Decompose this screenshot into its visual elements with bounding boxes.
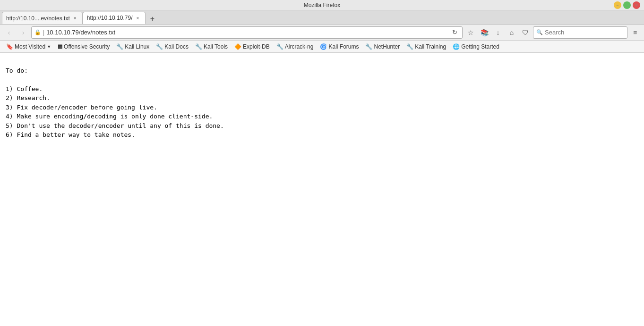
bookmark-offensive-security-label: Offensive Security [64,43,110,50]
tab-2[interactable]: http://10.10.10.79/ × [83,12,146,24]
content-area: To do: 1) Coffee.2) Research.3) Fix deco… [0,53,644,326]
bookmark-kali-tools-icon: 🔧 [195,43,202,50]
nav-right: ☆ 📚 ↓ ⌂ 🛡 🔍 ≡ [464,26,641,39]
navbar: ‹ › 🔒 | ↻ ☆ 📚 ↓ ⌂ 🛡 🔍 ≡ [0,25,644,41]
content-line: To do: [6,66,638,75]
search-icon: 🔍 [536,29,543,35]
bookmarks-button[interactable]: 📚 [478,26,490,39]
tab-2-label: http://10.10.10.79/ [87,15,133,21]
content-line: 1) Coffee. [6,84,638,94]
search-input[interactable] [545,29,620,36]
content-line: 5) Don't use the decoder/encoder until a… [6,121,638,131]
titlebar-title: Mozilla Firefox [304,2,340,8]
bookmark-kali-docs-icon: 🔧 [156,43,163,50]
bookmark-kali-forums-label: Kali Forums [328,43,359,50]
address-bar[interactable] [46,29,448,36]
bookmark-getting-started-label: Getting Started [461,43,499,50]
back-button[interactable]: ‹ [3,26,15,39]
bookmark-kali-linux-icon: 🔧 [116,43,123,50]
bookmark-kali-training-icon: 🔧 [406,43,413,50]
bookmark-kali-tools[interactable]: 🔧 Kali Tools [193,42,230,51]
tab-1-close[interactable]: × [72,15,78,22]
bookmark-most-visited-label: Most Visited [15,43,45,50]
content-line: 6) Find a better way to take notes. [6,130,638,140]
titlebar: Mozilla Firefox − □ × [0,0,644,10]
bookmark-nethunter[interactable]: 🔧 NetHunter [363,42,402,51]
forward-button[interactable]: › [17,26,29,39]
content-line: 4) Make sure encoding/decoding is only d… [6,112,638,121]
bookmark-aircrack-ng-label: Aircrack-ng [285,43,314,50]
bookmark-kali-tools-label: Kali Tools [204,43,228,50]
new-tab-button[interactable]: + [146,14,159,24]
bookmark-kali-training-label: Kali Training [415,43,446,50]
bookmark-kali-docs[interactable]: 🔧 Kali Docs [154,42,191,51]
bookmark-most-visited-icon: 🔖 [6,43,13,50]
bookmark-nethunter-label: NetHunter [374,43,400,50]
bookmark-nethunter-icon: 🔧 [365,43,372,50]
bookmark-getting-started-icon: 🌐 [453,43,460,50]
search-bar-container: 🔍 [533,26,627,39]
titlebar-controls: − □ × [614,1,640,9]
bookmark-offensive-security[interactable]: ▦ Offensive Security [55,42,112,51]
bookmark-exploit-db-icon: 🔶 [234,43,241,50]
bookmarks-bar: 🔖 Most Visited ▼ ▦ Offensive Security 🔧 … [0,41,644,53]
bookmark-star-button[interactable]: ☆ [464,26,477,39]
shield-button[interactable]: 🛡 [519,26,532,39]
address-bar-prefix: | [43,29,44,36]
content-line: 2) Research. [6,93,638,103]
tab-1-label: http://10.10....ev/notes.txt [6,15,70,22]
tab-1[interactable]: http://10.10....ev/notes.txt × [2,12,83,24]
bookmark-aircrack-ng-icon: 🔧 [276,43,283,50]
home-button[interactable]: ⌂ [506,26,518,39]
bookmark-getting-started[interactable]: 🌐 Getting Started [450,42,502,51]
downloads-button[interactable]: ↓ [492,26,504,39]
restore-button[interactable]: □ [623,1,631,9]
bookmark-kali-training[interactable]: 🔧 Kali Training [404,42,448,51]
bookmark-kali-forums[interactable]: 🌀 Kali Forums [318,42,361,51]
content-line [6,75,638,84]
tabbar: http://10.10....ev/notes.txt × http://10… [0,10,644,25]
bookmark-exploit-db-label: Exploit-DB [243,43,270,50]
bookmark-kali-forums-icon: 🌀 [320,43,327,50]
bookmark-aircrack-ng[interactable]: 🔧 Aircrack-ng [274,42,316,51]
bookmark-kali-linux[interactable]: 🔧 Kali Linux [114,42,152,51]
reload-button[interactable]: ↻ [450,28,459,37]
close-button[interactable]: × [633,1,640,9]
bookmark-kali-docs-label: Kali Docs [164,43,189,50]
bookmark-kali-linux-label: Kali Linux [125,43,149,50]
bookmark-exploit-db[interactable]: 🔶 Exploit-DB [232,42,272,51]
bookmark-offensive-security-icon: ▦ [58,43,62,50]
minimize-button[interactable]: − [614,1,621,9]
content-line: 3) Fix decoder/encoder before going live… [6,103,638,112]
tab-2-close[interactable]: × [135,15,141,21]
bookmark-most-visited[interactable]: 🔖 Most Visited ▼ [4,42,53,51]
address-bar-container: 🔒 | ↻ [31,26,463,39]
lock-icon: 🔒 [34,29,41,35]
chevron-down-icon: ▼ [47,44,51,49]
menu-button[interactable]: ≡ [629,26,641,39]
